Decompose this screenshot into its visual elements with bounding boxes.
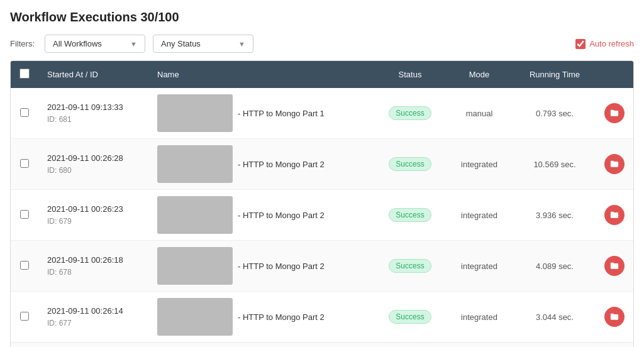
row-checkbox[interactable] [20,108,29,117]
row-action-button[interactable] [604,256,625,276]
row-checkbox[interactable] [20,312,29,321]
row-name: - HTTP to Mongo Part 2 [148,139,375,190]
row-action-cell[interactable] [596,88,633,139]
started-at-time: 2021-09-11 00:26:28 [47,152,140,165]
col-header-running-time: Running Time [514,61,596,88]
row-action-button[interactable] [604,154,625,174]
table-row: 2021-09-11 00:26:18ID: 678- HTTP to Mong… [11,241,633,292]
row-action-cell[interactable] [596,292,633,343]
row-action-cell[interactable] [596,139,633,190]
workflow-name-text: - HTTP to Mongo Part 2 [238,262,325,271]
select-all-checkbox[interactable] [19,69,30,79]
col-header-started: Started At / ID [38,61,148,88]
workflow-filter-value: All Workflows [53,39,102,48]
folder-icon [610,211,619,219]
filters-row: Filters: All Workflows ▼ Any Status ▼ Au… [10,35,634,53]
row-checkbox[interactable] [20,261,29,270]
col-header-status: Status [375,61,445,88]
workflow-filter-chevron-icon: ▼ [130,40,137,48]
status-filter-value: Any Status [161,39,201,48]
auto-refresh-checkbox[interactable] [575,39,586,49]
row-started-at: 2021-09-11 09:13:33ID: 681 [38,88,148,139]
row-started-at: 2021-09-11 00:26:23ID: 679 [38,190,148,241]
auto-refresh-label[interactable]: Auto refresh [589,39,634,48]
executions-table: Started At / ID Name Status Mode Running… [11,61,633,347]
row-action-button[interactable] [604,307,625,327]
row-mode: manual [445,88,514,139]
row-checkbox[interactable] [20,159,29,168]
row-select-cell[interactable] [11,190,38,241]
row-name: - HTTP to Mongo Part 2 [148,292,375,343]
row-mode: integrated [445,241,514,292]
row-action-cell[interactable] [596,343,633,348]
workflow-thumbnail [157,247,233,285]
workflow-name-text: - HTTP to Mongo Part 2 [238,160,325,169]
table-row: 2021-09-11 09:13:33ID: 681- HTTP to Mong… [11,88,633,139]
row-running-time: 10.569 sec. [514,139,596,190]
workflow-filter-select[interactable]: All Workflows ▼ [45,35,145,53]
row-name: - HTTP to Mongo Part 2 [148,343,375,348]
workflow-name-text: - HTTP to Mongo Part 2 [238,312,325,322]
started-at-id: ID: 681 [47,114,140,125]
row-name: - HTTP to Mongo Part 2 [148,190,375,241]
folder-icon [610,262,619,270]
table-row: 2021-09-11 00:26:14ID: 677- HTTP to Mong… [11,292,633,343]
row-select-cell[interactable] [11,88,38,139]
row-mode: integrated [445,139,514,190]
page-title: Workflow Executions 30/100 [10,10,634,25]
row-status: Success [375,292,445,343]
col-header-action [596,61,633,88]
started-at-time: 2021-09-11 09:13:33 [47,101,140,114]
started-at-id: ID: 679 [47,216,140,227]
row-action-cell[interactable] [596,190,633,241]
started-at-id: ID: 677 [47,317,140,329]
auto-refresh-area: Auto refresh [575,39,634,49]
status-badge: Success [389,208,431,222]
filters-label: Filters: [10,39,35,48]
row-status: Success [375,88,445,139]
row-action-button[interactable] [604,103,625,123]
started-at-id: ID: 678 [47,267,140,278]
executions-table-container: Started At / ID Name Status Mode Running… [10,60,634,347]
table-row: 2021-09-11 00:26:28ID: 680- HTTP to Mong… [11,139,633,190]
started-at-time: 2021-09-11 00:26:18 [47,254,140,267]
row-action-button[interactable] [604,205,625,225]
row-mode: integrated [445,343,514,348]
workflow-name-text: - HTTP to Mongo Part 2 [238,211,325,220]
row-started-at: 2021-09-11 00:26:28ID: 680 [38,139,148,190]
row-status: Success [375,139,445,190]
status-badge: Success [389,106,431,120]
row-status: Success [375,343,445,348]
table-row: 2021-09-11 00:26:23ID: 679- HTTP to Mong… [11,190,633,241]
row-status: Success [375,241,445,292]
row-started-at: 2021-09-11 00:26:14ID: 677 [38,292,148,343]
row-name: - HTTP to Mongo Part 1 [148,88,375,139]
workflow-thumbnail [157,196,233,234]
workflow-thumbnail [157,145,233,183]
row-status: Success [375,190,445,241]
status-badge: Success [389,310,431,324]
row-select-cell[interactable] [11,343,38,348]
row-select-cell[interactable] [11,292,38,343]
table-header-row: Started At / ID Name Status Mode Running… [11,61,633,88]
status-badge: Success [389,157,431,171]
row-running-time: 4.089 sec. [514,241,596,292]
row-started-at: 2021-09-11 00:26:10ID: 676 [38,343,148,348]
workflow-thumbnail [157,298,233,336]
row-running-time: 3.936 sec. [514,190,596,241]
folder-icon [610,312,619,321]
row-checkbox[interactable] [20,210,29,219]
row-select-cell[interactable] [11,241,38,292]
table-row: 2021-09-11 00:26:10ID: 676- HTTP to Mong… [11,343,633,348]
row-mode: integrated [445,292,514,343]
row-action-cell[interactable] [596,241,633,292]
folder-icon [610,109,619,118]
status-filter-select[interactable]: Any Status ▼ [153,35,253,53]
row-mode: integrated [445,190,514,241]
row-running-time: 3.044 sec. [514,292,596,343]
row-select-cell[interactable] [11,139,38,190]
row-running-time: 3.447 sec. [514,343,596,348]
col-header-name: Name [148,61,375,88]
row-name: - HTTP to Mongo Part 2 [148,241,375,292]
select-all-header[interactable] [11,61,38,88]
